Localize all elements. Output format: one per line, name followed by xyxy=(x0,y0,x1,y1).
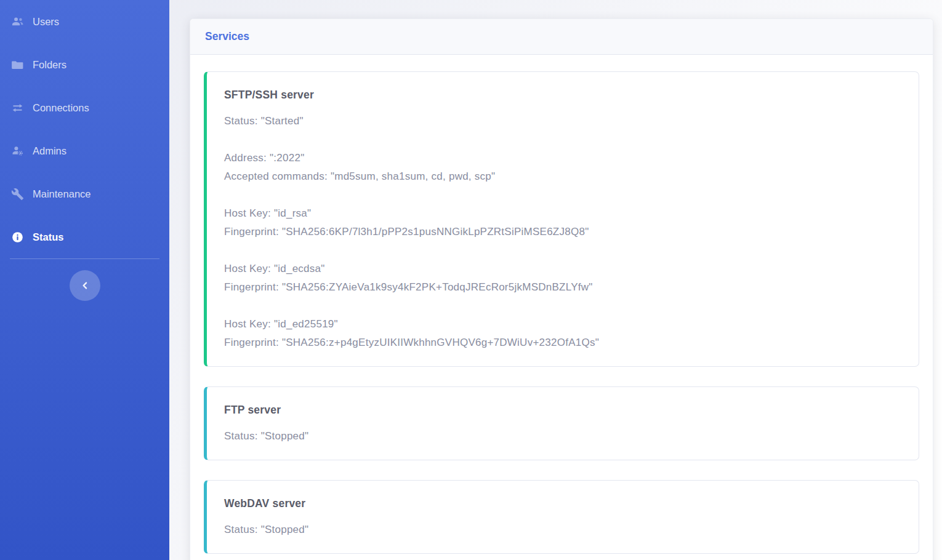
service-detail-line: Host Key: "id_ecdsa" xyxy=(224,260,901,278)
services-panel-header: Services xyxy=(190,19,933,55)
exchange-icon xyxy=(11,102,28,114)
sidebar-nav: UsersFoldersConnectionsAdminsMaintenance… xyxy=(0,0,169,258)
services-panel: Services SFTP/SSH serverStatus: "Started… xyxy=(190,18,933,560)
sidebar-item-maintenance[interactable]: Maintenance xyxy=(0,172,169,215)
sidebar-item-label: Users xyxy=(33,16,59,28)
page-title: Services xyxy=(205,30,918,43)
service-detail-group: Address: ":2022"Accepted commands: "md5s… xyxy=(224,149,901,186)
sidebar-item-label: Connections xyxy=(33,102,89,114)
sidebar-collapse-button[interactable] xyxy=(70,270,100,301)
service-detail-group: Status: "Stopped" xyxy=(224,521,901,539)
service-detail-group: Status: "Stopped" xyxy=(224,427,901,446)
service-detail-line: Status: "Stopped" xyxy=(224,427,901,446)
sidebar-item-connections[interactable]: Connections xyxy=(0,86,169,129)
sidebar-item-status[interactable]: Status xyxy=(0,215,169,258)
service-detail-line: Fingerprint: "SHA256:ZYAieVa1k9sy4kF2PK+… xyxy=(224,278,901,297)
service-detail-line: Status: "Stopped" xyxy=(224,521,901,539)
service-detail-line: Address: ":2022" xyxy=(224,149,901,167)
service-detail-group: Host Key: "id_ed25519"Fingerprint: "SHA2… xyxy=(224,315,901,352)
service-detail-line: Status: "Started" xyxy=(224,112,901,130)
sidebar: UsersFoldersConnectionsAdminsMaintenance… xyxy=(0,0,169,560)
sidebar-item-folders[interactable]: Folders xyxy=(0,43,169,86)
info-icon xyxy=(11,231,28,244)
service-detail-line: Host Key: "id_rsa" xyxy=(224,204,901,223)
service-detail-group: Host Key: "id_rsa"Fingerprint: "SHA256:6… xyxy=(224,204,901,241)
main-content: Services SFTP/SSH serverStatus: "Started… xyxy=(169,0,942,560)
service-card-sftp-ssh-server: SFTP/SSH serverStatus: "Started"Address:… xyxy=(204,71,919,367)
service-title: FTP server xyxy=(224,401,901,418)
service-detail-group: Host Key: "id_ecdsa"Fingerprint: "SHA256… xyxy=(224,260,901,297)
service-title: SFTP/SSH server xyxy=(224,86,901,103)
chevron-left-icon xyxy=(81,281,89,290)
sidebar-item-label: Status xyxy=(33,231,63,243)
service-detail-line: Fingerprint: "SHA256:z+p4gEtyzUIKIIWkhhn… xyxy=(224,334,901,352)
sidebar-item-label: Folders xyxy=(33,59,66,71)
service-card-webdav-server: WebDAV serverStatus: "Stopped" xyxy=(204,480,919,554)
sidebar-item-users[interactable]: Users xyxy=(0,0,169,43)
sidebar-item-admins[interactable]: Admins xyxy=(0,129,169,172)
service-card-ftp-server: FTP serverStatus: "Stopped" xyxy=(204,386,919,460)
users-icon xyxy=(11,15,28,28)
service-detail-line: Fingerprint: "SHA256:6KP/7l3h1/pPP2s1pus… xyxy=(224,223,901,241)
service-detail-group: Status: "Started" xyxy=(224,112,901,130)
wrench-icon xyxy=(11,188,28,201)
service-title: WebDAV server xyxy=(224,495,901,512)
service-detail-line: Accepted commands: "md5sum, sha1sum, cd,… xyxy=(224,167,901,186)
services-list: SFTP/SSH serverStatus: "Started"Address:… xyxy=(190,55,933,560)
sidebar-item-label: Admins xyxy=(33,145,66,157)
sidebar-item-label: Maintenance xyxy=(33,188,91,200)
service-detail-line: Host Key: "id_ed25519" xyxy=(224,315,901,334)
folder-icon xyxy=(11,58,28,71)
user-cog-icon xyxy=(11,145,28,158)
sidebar-divider xyxy=(10,258,159,259)
